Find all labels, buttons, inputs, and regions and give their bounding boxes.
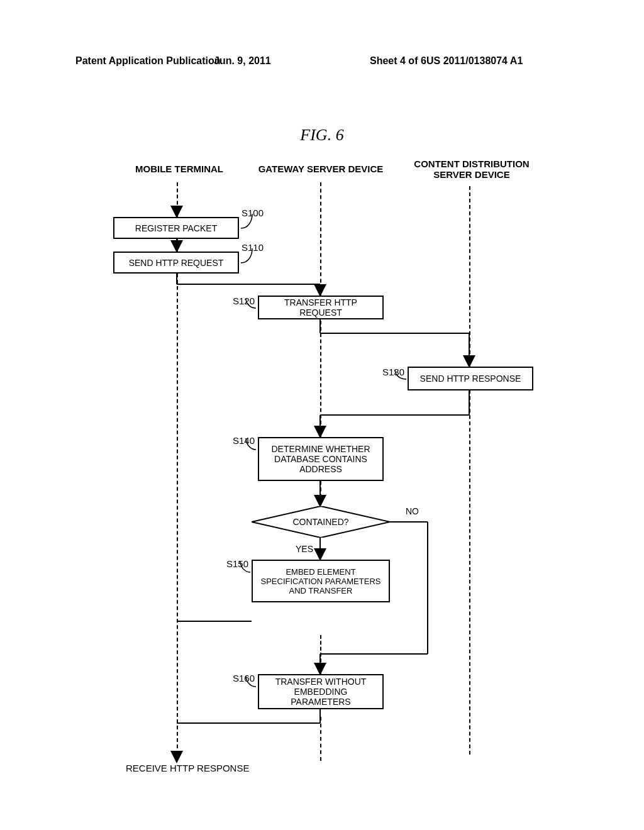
header-date: Jun. 9, 2011	[214, 55, 271, 67]
lifeline-content-seg2	[469, 390, 470, 755]
lifeline-mobile-seg2	[177, 239, 178, 252]
figure-title: FIG. 6	[0, 126, 644, 145]
lane-gateway-server: GATEWAY SERVER DEVICE	[252, 163, 390, 174]
box-register-packet: REGISTER PACKET	[113, 217, 239, 239]
label-s110: S110	[242, 242, 264, 253]
label-s120: S120	[233, 296, 255, 306]
lifeline-gateway-seg1	[320, 182, 321, 296]
header-left: Patent Application Publication	[75, 55, 221, 67]
lifeline-gateway-seg6	[320, 717, 321, 761]
page: Patent Application Publication Jun. 9, 2…	[0, 0, 644, 830]
lifeline-mobile-seg1	[177, 182, 178, 217]
decision-contained: CONTAINED?	[252, 506, 390, 538]
label-s150: S150	[226, 558, 248, 569]
box-transfer-without: TRANSFER WITHOUT EMBEDDING PARAMETERS	[258, 674, 384, 709]
lifeline-gateway-seg2	[320, 321, 321, 437]
box-send-http-response: SEND HTTP RESPONSE	[408, 367, 533, 390]
label-s100: S100	[242, 208, 264, 218]
box-embed-element: EMBED ELEMENT SPECIFICATION PARAMETERS A…	[252, 560, 390, 602]
lane-mobile-terminal: MOBILE TERMINAL	[132, 163, 226, 174]
box-determine-db: DETERMINE WHETHER DATABASE CONTAINS ADDR…	[258, 437, 384, 481]
lane-content-server: CONTENT DISTRIBUTION SERVER DEVICE	[402, 158, 541, 180]
label-s130: S130	[382, 367, 404, 377]
label-s140: S140	[233, 435, 255, 446]
decision-no: NO	[406, 506, 419, 516]
lifeline-mobile-seg3	[177, 274, 178, 761]
lifeline-content-seg1	[469, 186, 470, 367]
decision-yes: YES	[296, 544, 313, 554]
box-transfer-http-request: TRANSFER HTTP REQUEST	[258, 296, 384, 319]
receive-http-response: RECEIVE HTTP RESPONSE	[126, 763, 249, 773]
lifeline-gateway-seg5	[320, 635, 321, 674]
label-s160: S160	[233, 673, 255, 683]
decision-label: CONTAINED?	[252, 506, 390, 538]
header-sheet: Sheet 4 of 6	[370, 55, 426, 67]
box-send-http-request: SEND HTTP REQUEST	[113, 252, 239, 274]
header-pubnum: US 2011/0138074 A1	[426, 55, 523, 67]
